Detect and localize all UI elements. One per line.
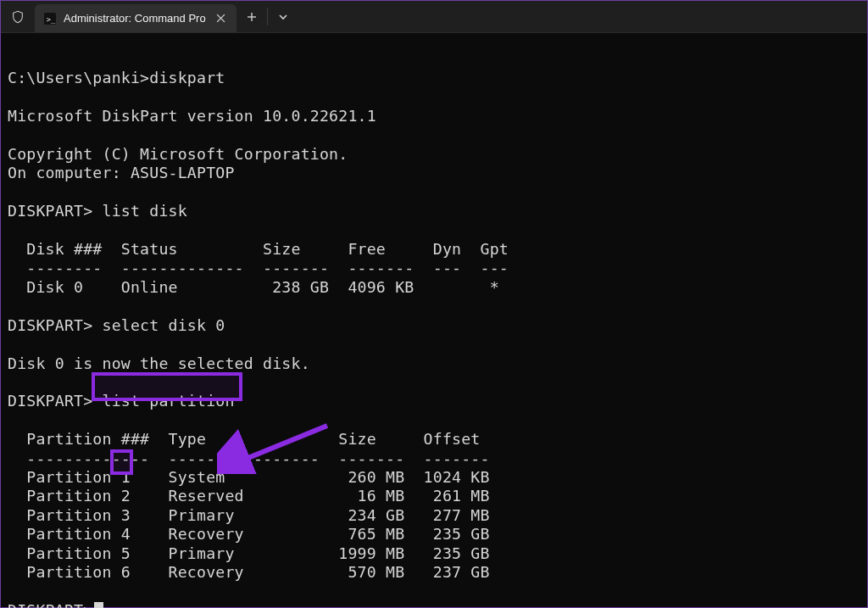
svg-text:>_: >_ <box>47 14 56 23</box>
output-line: Disk 0 is now the selected disk. <box>8 354 310 372</box>
partition-table-divider: ------------- ---------------- ------- -… <box>8 449 490 467</box>
shield-admin-icon <box>1 1 35 32</box>
partition-row: Partition 3 Primary 234 GB 277 MB <box>8 506 490 524</box>
titlebar[interactable]: >_ Administrator: Command Pro <box>1 1 867 33</box>
cmd-list-partition: list partition <box>103 392 235 410</box>
tab-dropdown-button[interactable] <box>268 1 298 32</box>
tab-title: Administrator: Command Pro <box>64 12 206 25</box>
partition-row: Partition 2 Reserved 16 MB 261 MB <box>8 487 490 505</box>
new-tab-button[interactable] <box>236 1 267 32</box>
terminal-window: >_ Administrator: Command Pro C:\Users\p… <box>0 0 868 608</box>
cmd-list-disk: list disk <box>103 202 187 220</box>
prompt: C:\Users\panki> <box>8 69 149 86</box>
output-line: Microsoft DiskPart version 10.0.22621.1 <box>8 107 376 125</box>
output-line: Copyright (C) Microsoft Corporation. <box>8 145 348 163</box>
terminal-output[interactable]: C:\Users\panki>diskpart Microsoft DiskPa… <box>1 33 867 608</box>
tab-active[interactable]: >_ Administrator: Command Pro <box>35 4 236 32</box>
cursor-icon <box>94 602 103 608</box>
diskpart-prompt: DISKPART> <box>8 202 92 220</box>
partition-row: Partition 4 Recovery 765 MB 235 GB <box>8 525 490 543</box>
cmd-icon: >_ <box>43 12 57 25</box>
partition-row: Partition 6 Recovery 570 MB 237 GB <box>8 563 490 581</box>
output-line: On computer: ASUS-LAPTOP <box>8 164 235 181</box>
disk-table-divider: -------- ------------- ------- ------- -… <box>8 259 509 276</box>
cmd-diskpart: diskpart <box>149 69 225 86</box>
cmd-select-disk: select disk 0 <box>103 316 225 334</box>
disk-table-header: Disk ### Status Size Free Dyn Gpt <box>8 240 509 258</box>
disk-table-row: Disk 0 Online 238 GB 4096 KB * <box>8 278 499 296</box>
diskpart-prompt: DISKPART> <box>8 601 92 608</box>
tab-close-button[interactable] <box>213 10 230 27</box>
partition-row: Partition 1 System 260 MB 1024 KB <box>8 468 490 486</box>
partition-table-header: Partition ### Type Size Offset <box>8 430 481 448</box>
diskpart-prompt: DISKPART> <box>8 316 92 334</box>
diskpart-prompt: DISKPART> <box>8 392 92 410</box>
partition-row: Partition 5 Primary 1999 MB 235 GB <box>8 544 490 562</box>
